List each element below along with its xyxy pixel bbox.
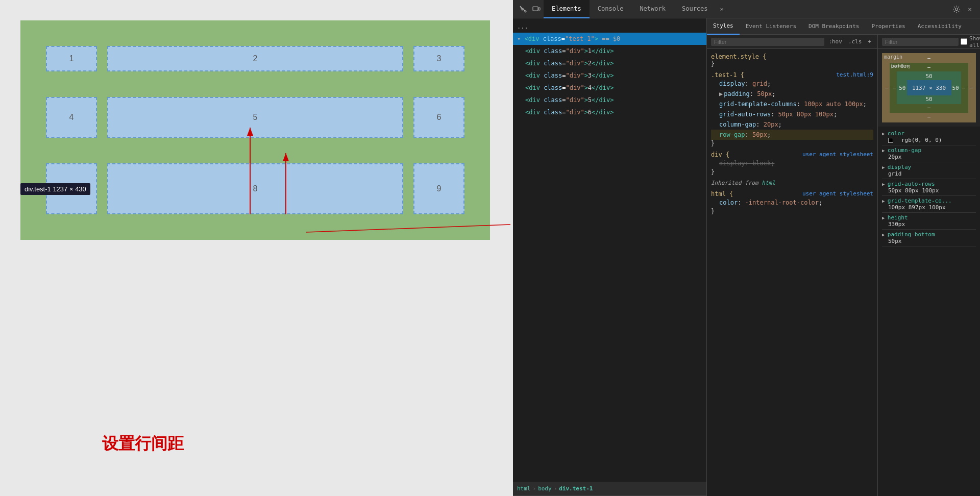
tab-event-listeners[interactable]: Event Listeners [740,18,802,35]
prop-padding: ▶padding: 50px; [711,89,873,99]
dom-breadcrumb: html › body › div.test-1 [513,482,706,496]
grid-cell-4: 4 [46,97,97,138]
grid-cell-6: 6 [413,97,464,138]
color-swatch [888,138,893,143]
content-size: 1137 × 330 [912,85,946,91]
styles-filter-input[interactable] [711,38,824,46]
dom-child-3[interactable]: <div class="div">3</div> [521,69,706,82]
computed-prop-display: display grid [882,162,976,179]
svg-rect-5 [538,8,540,10]
right-devtools-top: :hov .cls + element.style { } [707,35,980,496]
device-toggle-icon[interactable] [530,3,543,15]
computed-prop-height: height 330px [882,213,976,230]
devtools-tabs: Elements Console Network Sources » [544,0,949,18]
devtools-panel: Elements Console Network Sources » ✕ [513,0,980,496]
browser-preview-panel: 1 2 3 4 5 6 7 8 9 div.test-1 1237 × 430 … [0,0,513,496]
element-style-rule: element.style { } [707,51,877,69]
tab-dom-breakpoints[interactable]: DOM Breakpoints [802,18,865,35]
breadcrumb-active[interactable]: div.test-1 [559,485,593,492]
dom-child-6[interactable]: <div class="div">6</div> [521,106,706,118]
prop-display-block: display: block; [711,158,873,168]
computed-prop-grid-auto-rows: grid-auto-rows 50px 80px 100px [882,179,976,196]
show-all-label: Show all [961,35,980,48]
devtools-settings-icon[interactable] [950,3,963,15]
padding-bottom-val: 50 [899,96,959,103]
grid-cell-5: 5 [107,97,403,138]
tab-elements[interactable]: Elements [544,0,590,18]
div-source: user agent stylesheet [802,151,873,158]
box-model-computed-section: Show all margin − − [878,35,980,496]
dom-child-1[interactable]: <div class="div">1</div> [521,45,706,57]
devtools-close-button[interactable]: ✕ [964,3,976,15]
svg-point-6 [955,8,958,10]
breadcrumb-html[interactable]: html [517,485,531,492]
prop-grid-template-columns: grid-template-columns: 100px auto 100px; [711,99,873,109]
padding-top: 50 [899,73,959,80]
dom-tree: ... ▾ <div class="test-1"> == $0 <div cl… [513,18,706,482]
element-style-selector: element.style { [711,53,766,60]
test1-source[interactable]: test.html:9 [836,71,873,78]
computed-props-list: color rgb(0, 0, 0) column-gap 20px [878,127,980,496]
test1-selector[interactable]: .test-1 { [711,71,744,79]
styles-tabs-bar: Styles Event Listeners DOM Breakpoints P… [707,18,980,35]
div-selector: div { [711,151,729,158]
prop-row-gap[interactable]: row-gap: 50px; [711,130,873,140]
grid-cell-3: 3 [413,46,464,71]
prop-column-gap: column-gap: 20px; [711,119,873,130]
styles-content: element.style { } .test-1 { test.html:9 [707,49,877,496]
breadcrumb-body[interactable]: body [538,485,552,492]
inspect-element-icon[interactable] [517,3,529,15]
right-devtools: Styles Event Listeners DOM Breakpoints P… [707,18,980,496]
padding-box: 50 50 1137 × 330 [897,71,961,104]
prop-color: color: -internal-root-color; [711,197,873,208]
tab-styles[interactable]: Styles [707,18,740,35]
styles-section: :hov .cls + element.style { } [707,35,878,496]
dom-child-4[interactable]: <div class="div">4</div> [521,82,706,94]
tab-sources[interactable]: Sources [674,0,716,18]
styles-filter-bar: :hov .cls + [707,35,877,49]
grid-demo-container: 1 2 3 4 5 6 7 8 9 [20,20,490,240]
tab-accessibility[interactable]: Accessibility [912,18,968,35]
svg-rect-4 [533,7,538,11]
dom-child-2[interactable]: <div class="div">2</div> [521,57,706,69]
devtools-toolbar: Elements Console Network Sources » ✕ [513,0,980,18]
annotation-area: 设置行间距 [102,433,184,455]
tab-properties[interactable]: Properties [865,18,911,35]
content-box: 1137 × 330 [907,80,951,95]
grid-cell-9: 9 [413,163,464,214]
element-tooltip: div.test-1 1237 × 430 [20,183,90,195]
margin-box: margin − − border − − [882,53,976,122]
computed-prop-padding-bottom: padding-bottom 50px [882,230,976,246]
padding-left: 50 [899,85,905,91]
add-style-button[interactable]: + [866,37,873,46]
pseudo-filter-button[interactable]: :hov [826,37,844,46]
border-box: border − − 50 50 [890,63,969,113]
test-1-rule: .test-1 { test.html:9 display: grid; ▶pa… [707,69,877,149]
grid-inner: 1 2 3 4 5 6 7 8 9 [46,46,464,214]
computed-prop-color: color rgb(0, 0, 0) [882,129,976,145]
prop-grid-auto-rows: grid-auto-rows: 50px 80px 100px; [711,109,873,119]
padding-right: 50 [952,85,959,91]
more-tabs-button[interactable]: » [716,0,728,18]
dom-ellipsis[interactable]: ... [513,20,706,33]
grid-cell-1: 1 [46,46,97,71]
devtools-content-area: ... ▾ <div class="test-1"> == $0 <div cl… [513,18,980,496]
html-source: user agent stylesheet [802,190,873,197]
computed-filter-bar: Show all [878,35,980,49]
box-model-visual: margin − − border − − [878,49,980,127]
cls-filter-button[interactable]: .cls [846,37,864,46]
show-all-checkbox[interactable] [961,38,967,45]
computed-prop-grid-template: grid-template-co... 100px 897px 100px [882,196,976,213]
html-selector: html { [711,190,733,197]
inherited-from-label: Inherited from html [707,178,877,188]
html-rule: html { user agent stylesheet color: -int… [707,188,877,217]
dom-tree-panel: ... ▾ <div class="test-1"> == $0 <div cl… [513,18,707,496]
computed-prop-column-gap: column-gap 20px [882,145,976,162]
tab-console[interactable]: Console [590,0,632,18]
computed-filter-input[interactable] [882,38,959,46]
div-user-agent-rule: div { user agent stylesheet display: blo… [707,149,877,178]
dom-selected-line[interactable]: ▾ <div class="test-1"> == $0 [513,33,706,45]
prop-display: display: grid; [711,79,873,89]
dom-child-5[interactable]: <div class="div">5</div> [521,94,706,106]
tab-network[interactable]: Network [631,0,674,18]
